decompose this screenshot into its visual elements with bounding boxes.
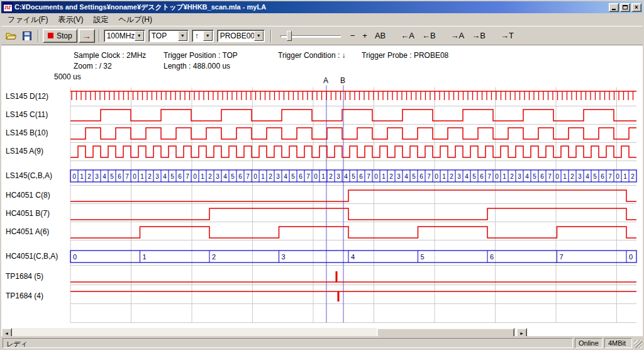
svg-text:1: 1	[80, 173, 84, 180]
scroll-right-icon: ►	[519, 331, 524, 336]
svg-text:7: 7	[125, 173, 129, 180]
svg-text:6: 6	[359, 173, 363, 180]
svg-text:1: 1	[442, 173, 446, 180]
svg-text:2: 2	[389, 173, 393, 180]
svg-text:1: 1	[502, 173, 506, 180]
svg-text:0: 0	[629, 253, 633, 261]
svg-text:5: 5	[110, 173, 114, 180]
svg-text:3: 3	[457, 173, 461, 180]
svg-text:0: 0	[435, 173, 438, 180]
svg-text:4: 4	[586, 173, 589, 180]
svg-text:6: 6	[480, 173, 484, 180]
svg-text:0: 0	[374, 173, 378, 180]
svg-text:7: 7	[306, 173, 310, 180]
svg-text:4: 4	[223, 173, 227, 180]
svg-text:0: 0	[555, 173, 559, 180]
svg-text:6: 6	[419, 173, 423, 180]
svg-text:5: 5	[170, 173, 174, 180]
svg-text:0: 0	[314, 173, 318, 180]
svg-text:4: 4	[525, 173, 529, 180]
svg-text:0: 0	[72, 173, 76, 180]
svg-text:7: 7	[246, 173, 250, 180]
svg-text:1: 1	[321, 173, 325, 180]
svg-text:7: 7	[427, 173, 431, 180]
svg-text:3: 3	[397, 173, 401, 180]
svg-text:0: 0	[73, 253, 77, 261]
status-online: Online	[575, 338, 602, 348]
svg-text:0: 0	[495, 173, 499, 180]
svg-text:7: 7	[487, 173, 491, 180]
mylogic-analyzer-window: { "window": { "title": "C:¥Documents and…	[0, 0, 644, 350]
svg-text:2: 2	[148, 173, 152, 180]
svg-text:5: 5	[421, 253, 425, 261]
svg-text:1: 1	[261, 173, 265, 180]
svg-text:3: 3	[95, 173, 99, 180]
svg-text:6: 6	[540, 173, 544, 180]
svg-text:3: 3	[276, 173, 280, 180]
svg-text:5: 5	[231, 173, 235, 180]
svg-text:2: 2	[87, 173, 91, 180]
resize-grip[interactable]	[634, 340, 642, 348]
svg-text:2: 2	[208, 173, 212, 180]
svg-text:5: 5	[593, 173, 597, 180]
svg-text:0: 0	[193, 173, 197, 180]
svg-text:4: 4	[103, 173, 106, 180]
svg-text:7: 7	[548, 173, 552, 180]
svg-text:6: 6	[601, 173, 604, 180]
svg-text:5: 5	[352, 173, 355, 180]
svg-text:4: 4	[404, 173, 408, 180]
svg-text:1: 1	[623, 173, 627, 180]
svg-text:3: 3	[518, 173, 521, 180]
svg-text:7: 7	[560, 253, 564, 261]
svg-text:1: 1	[201, 173, 204, 180]
svg-text:6: 6	[490, 253, 494, 261]
svg-text:1: 1	[382, 173, 386, 180]
svg-text:7: 7	[186, 173, 189, 180]
svg-text:6: 6	[299, 173, 303, 180]
statusbar: レディ Online 4MBit	[1, 336, 643, 349]
svg-text:3: 3	[282, 253, 286, 261]
svg-text:4: 4	[351, 253, 355, 261]
svg-text:2: 2	[631, 173, 635, 180]
svg-text:4: 4	[465, 173, 469, 180]
svg-text:0: 0	[616, 173, 619, 180]
scroll-left-icon: ◄	[4, 331, 9, 336]
svg-text:7: 7	[608, 173, 612, 180]
svg-text:3: 3	[155, 173, 159, 180]
svg-text:0: 0	[253, 173, 257, 180]
svg-text:4: 4	[344, 173, 348, 180]
status-message: レディ	[3, 338, 573, 348]
svg-text:3: 3	[216, 173, 219, 180]
waveform-canvas[interactable]: 0123456701234567012345670123456701234567…	[1, 1, 644, 350]
svg-text:6: 6	[238, 173, 242, 180]
svg-text:1: 1	[140, 173, 144, 180]
svg-text:1: 1	[143, 253, 147, 261]
svg-text:7: 7	[367, 173, 370, 180]
svg-text:2: 2	[570, 173, 574, 180]
svg-text:2: 2	[212, 253, 216, 261]
svg-text:5: 5	[291, 173, 295, 180]
svg-text:2: 2	[510, 173, 514, 180]
svg-text:5: 5	[472, 173, 476, 180]
svg-text:0: 0	[133, 173, 136, 180]
svg-text:2: 2	[269, 173, 272, 180]
svg-text:4: 4	[163, 173, 167, 180]
svg-text:5: 5	[412, 173, 416, 180]
svg-text:1: 1	[563, 173, 567, 180]
svg-text:5: 5	[533, 173, 536, 180]
svg-text:2: 2	[329, 173, 333, 180]
status-memory: 4MBit	[604, 338, 632, 348]
svg-text:6: 6	[178, 173, 182, 180]
svg-text:2: 2	[450, 173, 453, 180]
svg-text:3: 3	[578, 173, 582, 180]
svg-text:4: 4	[284, 173, 287, 180]
svg-text:6: 6	[118, 173, 121, 180]
svg-text:3: 3	[336, 173, 340, 180]
